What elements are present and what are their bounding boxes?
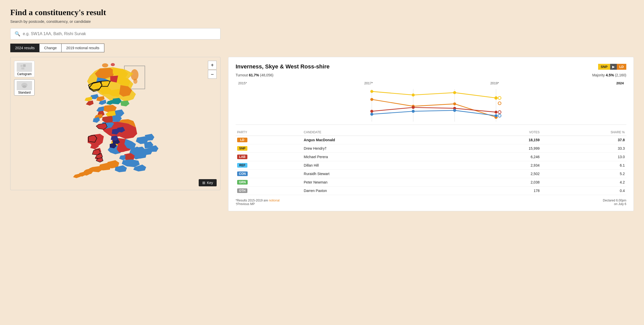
main-layout: Cartogram Standard + −: [10, 57, 634, 211]
party-tag: OTH: [237, 188, 247, 193]
page-title: Find a constituency's result: [10, 8, 634, 17]
svg-point-29: [453, 109, 456, 112]
party-tag: REF: [237, 163, 247, 168]
cartogram-button[interactable]: Cartogram: [14, 61, 35, 77]
votes-cell: 2,934: [472, 161, 541, 170]
col-votes: VOTES: [472, 129, 541, 136]
svg-point-18: [495, 96, 498, 99]
results-panel: Inverness, Skye & West Ross-shire SNP ▶ …: [228, 57, 634, 211]
to-party-badge: LD: [617, 64, 626, 70]
candidate-cell: Angus MacDonald: [302, 136, 472, 144]
party-cell: REF: [236, 161, 302, 170]
footnote-right: Declared 6.00pm on July 6: [603, 199, 626, 206]
table-row: CON Ruraidh Stewart 2,502 5.2: [236, 170, 626, 178]
footnote: *Results 2015-2019 are notional †Previou…: [236, 199, 626, 206]
standard-label: Standard: [18, 91, 31, 94]
year-2024: 2024: [616, 81, 624, 85]
majority-info: Majority 4.5% (2,160): [592, 73, 626, 77]
footnote-notional-text: *Results 2015-2019 are: [236, 199, 268, 202]
svg-point-8: [133, 79, 137, 84]
map-container[interactable]: [14, 61, 217, 186]
standard-button[interactable]: Standard: [14, 79, 35, 96]
constituency-name: Inverness, Skye & West Ross-shire: [236, 63, 329, 70]
map-panel: Cartogram Standard + −: [10, 57, 220, 190]
year-2015: 2015*: [238, 81, 247, 85]
party-cell: OTH: [236, 187, 302, 195]
uk-map[interactable]: [46, 61, 185, 186]
svg-point-31: [498, 96, 501, 99]
svg-point-34: [498, 114, 501, 117]
page-subtitle: Search by postcode, constituency, or can…: [10, 19, 634, 24]
col-candidate: CANDIDATE: [302, 129, 472, 136]
share-cell: 33.3: [541, 144, 626, 153]
candidate-cell: Darren Paxton: [302, 187, 472, 195]
search-icon: 🔍: [15, 31, 20, 37]
share-cell: 5.2: [541, 170, 626, 178]
share-cell: 6.1: [541, 161, 626, 170]
cartogram-label: Cartogram: [17, 72, 32, 76]
candidate-cell: Michael Perera: [302, 153, 472, 161]
footnote-notional-link[interactable]: notional: [269, 199, 279, 202]
svg-point-32: [498, 102, 501, 105]
col-party: PARTY: [236, 129, 302, 136]
svg-point-19: [370, 98, 373, 101]
turnout-label: Turnout: [236, 73, 248, 77]
results-table: PARTY CANDIDATE VOTES SHARE % LD Angus M…: [236, 129, 626, 195]
table-row: LAB Michael Perera 6,246 13.0: [236, 153, 626, 161]
svg-point-4: [22, 85, 26, 88]
party-change: SNP ▶ LD: [598, 64, 626, 70]
table-row: SNP Drew Hendry† 15,999 33.3: [236, 144, 626, 153]
tab-2019-results[interactable]: 2019 notional results: [62, 44, 104, 52]
chart-years: 2015* 2017* 2019* 2024: [236, 81, 626, 85]
svg-point-15: [370, 90, 373, 93]
col-share: SHARE %: [541, 129, 626, 136]
key-label: Key: [207, 181, 213, 185]
map-options: Cartogram Standard: [14, 61, 35, 96]
votes-cell: 18,159: [472, 136, 541, 144]
party-cell: CON: [236, 170, 302, 178]
footnote-declared: Declared 6.00pm: [603, 199, 626, 202]
result-header: Inverness, Skye & West Ross-shire SNP ▶ …: [236, 63, 626, 70]
svg-rect-1: [23, 64, 26, 67]
party-tag: LAB: [237, 155, 247, 159]
votes-cell: 2,502: [472, 170, 541, 178]
svg-point-30: [495, 114, 498, 117]
candidate-cell: Dillan Hill: [302, 161, 472, 170]
svg-rect-0: [21, 65, 23, 67]
table-row: OTH Darren Paxton 178 0.4: [236, 187, 626, 195]
zoom-in-button[interactable]: +: [208, 61, 217, 69]
party-tag: GRN: [237, 180, 248, 185]
tab-change[interactable]: Change: [39, 44, 62, 52]
tab-2024-results[interactable]: 2024 results: [10, 44, 39, 52]
majority-label: Majority: [592, 73, 605, 77]
zoom-out-button[interactable]: −: [208, 70, 217, 79]
svg-point-16: [412, 94, 415, 97]
votes-cell: 178: [472, 187, 541, 195]
svg-point-33: [498, 111, 501, 114]
from-party-badge: SNP: [598, 64, 610, 70]
key-button[interactable]: ⊞ Key: [199, 179, 217, 186]
svg-point-17: [453, 91, 456, 94]
party-cell: LAB: [236, 153, 302, 161]
year-2017: 2017*: [364, 81, 373, 85]
turnout-pct: 61.7%: [249, 73, 259, 77]
share-cell: 4.2: [541, 178, 626, 187]
search-input[interactable]: [23, 32, 216, 36]
svg-point-24: [412, 106, 415, 109]
svg-point-27: [370, 113, 373, 116]
svg-point-28: [412, 110, 415, 113]
party-tag: SNP: [237, 146, 247, 151]
footnote-prev-mp: †Previous MP: [236, 202, 279, 206]
candidate-cell: Ruraidh Stewart: [302, 170, 472, 178]
party-cell: SNP: [236, 144, 302, 153]
search-bar[interactable]: 🔍: [10, 28, 220, 39]
table-row: LD Angus MacDonald 18,159 37.8: [236, 136, 626, 144]
key-icon: ⊞: [202, 181, 205, 185]
table-header-row: PARTY CANDIDATE VOTES SHARE %: [236, 129, 626, 136]
footnote-notional: *Results 2015-2019 are notional: [236, 199, 279, 202]
svg-point-26: [495, 111, 498, 114]
party-tag: CON: [237, 171, 248, 176]
turnout-votes: (48,056): [260, 73, 273, 77]
table-row: REF Dillan Hill 2,934 6.1: [236, 161, 626, 170]
footnote-declared-date: on July 6: [603, 202, 626, 206]
